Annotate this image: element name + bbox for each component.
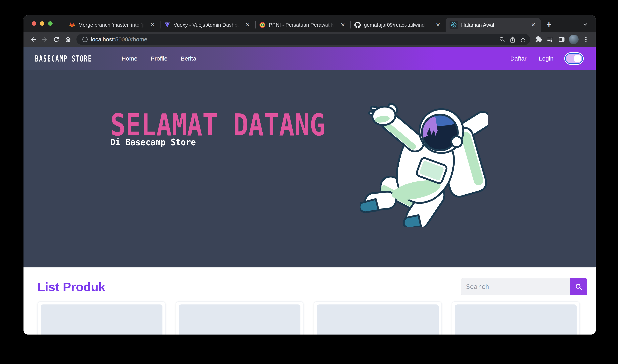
product-card[interactable] <box>176 301 304 335</box>
bookmark-star-icon[interactable] <box>518 34 528 45</box>
side-panel-icon[interactable] <box>556 34 567 45</box>
tab-vuexy[interactable]: Vuexy - Vuejs Admin Dashboard ✕ <box>160 18 255 32</box>
home-button[interactable] <box>62 34 74 45</box>
new-tab-button[interactable]: + <box>543 19 555 30</box>
vuexy-icon <box>164 22 170 28</box>
tab-halaman-awal-active[interactable]: Halaman Awal ✕ <box>446 18 541 32</box>
tab-close-icon[interactable]: ✕ <box>529 21 538 29</box>
forward-button[interactable] <box>39 34 51 45</box>
tab-close-icon[interactable]: ✕ <box>338 21 347 29</box>
fullscreen-window-button[interactable] <box>48 21 52 26</box>
tab-close-icon[interactable]: ✕ <box>148 21 157 29</box>
tab-title: Halaman Awal <box>461 22 526 28</box>
product-image-placeholder <box>41 304 162 335</box>
nav-link-home[interactable]: Home <box>121 55 137 62</box>
tab-github[interactable]: gemafajar09/react-tailwind ✕ <box>350 18 446 32</box>
url-path: :5000/#home <box>114 36 147 43</box>
search-button[interactable] <box>570 278 587 295</box>
product-image-placeholder <box>455 304 577 335</box>
astronaut-illustration <box>360 98 488 227</box>
product-card-grid <box>38 301 580 335</box>
site-navbar: BASECAMP STORE Home Profile Berita Dafta… <box>24 47 596 70</box>
minimize-window-button[interactable] <box>40 21 44 26</box>
tabs: Merge branch 'master' into 'jiha ✕ Vuexy… <box>65 18 541 32</box>
address-bar[interactable]: localhost:5000/#home <box>77 34 530 45</box>
profile-avatar[interactable] <box>569 35 579 44</box>
gitlab-icon <box>69 22 75 28</box>
tab-title: gemafajar09/react-tailwind <box>364 22 430 28</box>
tab-title: Vuexy - Vuejs Admin Dashboard <box>174 22 240 28</box>
tab-search-chevron-icon[interactable] <box>581 20 590 29</box>
tab-close-icon[interactable]: ✕ <box>243 21 252 29</box>
browser-window: Merge branch 'master' into 'jiha ✕ Vuexy… <box>24 15 596 335</box>
products-heading: List Produk <box>38 280 105 294</box>
nav-link-profile[interactable]: Profile <box>151 55 167 62</box>
hero-subtitle: Di Basecamp Store <box>110 137 196 148</box>
url-host: localhost <box>91 36 114 43</box>
react-icon <box>451 22 457 28</box>
github-icon <box>354 22 361 28</box>
search-box <box>461 278 587 295</box>
back-button[interactable] <box>27 34 39 45</box>
nav-link-login[interactable]: Login <box>539 55 554 62</box>
share-icon[interactable] <box>507 34 518 45</box>
browser-toolbar: localhost:5000/#home <box>24 32 596 47</box>
hero-section: SELAMAT DATANG Di Basecamp Store <box>24 70 596 267</box>
tab-title: PPNI - Persatuan Perawat Nasio <box>269 22 335 28</box>
product-card[interactable] <box>38 301 166 335</box>
media-controls-icon[interactable] <box>544 34 556 45</box>
tab-gitlab-merge[interactable]: Merge branch 'master' into 'jiha ✕ <box>65 18 160 32</box>
nav-link-daftar[interactable]: Daftar <box>510 55 527 62</box>
theme-toggle-switch[interactable] <box>566 54 582 63</box>
ppni-icon <box>259 22 266 28</box>
tab-ppni[interactable]: PPNI - Persatuan Perawat Nasio ✕ <box>255 18 350 32</box>
product-image-placeholder <box>179 304 301 335</box>
brand-logo[interactable]: BASECAMP STORE <box>35 53 92 63</box>
tab-strip: Merge branch 'master' into 'jiha ✕ Vuexy… <box>24 15 596 32</box>
tab-close-icon[interactable]: ✕ <box>434 21 442 29</box>
zoom-out-icon[interactable] <box>497 34 507 45</box>
toggle-knob <box>574 55 581 62</box>
site-info-icon[interactable] <box>80 35 90 44</box>
reload-button[interactable] <box>51 34 62 45</box>
extensions-puzzle-icon[interactable] <box>533 34 544 45</box>
macos-traffic-lights <box>32 15 65 32</box>
tab-title: Merge branch 'master' into 'jiha <box>78 22 145 28</box>
search-icon <box>575 283 582 291</box>
close-window-button[interactable] <box>32 21 36 26</box>
product-image-placeholder <box>317 304 439 335</box>
search-input[interactable] <box>461 278 570 295</box>
products-section: List Produk <box>24 267 596 335</box>
nav-link-berita[interactable]: Berita <box>181 55 196 62</box>
product-card[interactable] <box>452 301 580 335</box>
browser-menu-kebab-icon[interactable] <box>580 34 592 45</box>
product-card[interactable] <box>314 301 442 335</box>
